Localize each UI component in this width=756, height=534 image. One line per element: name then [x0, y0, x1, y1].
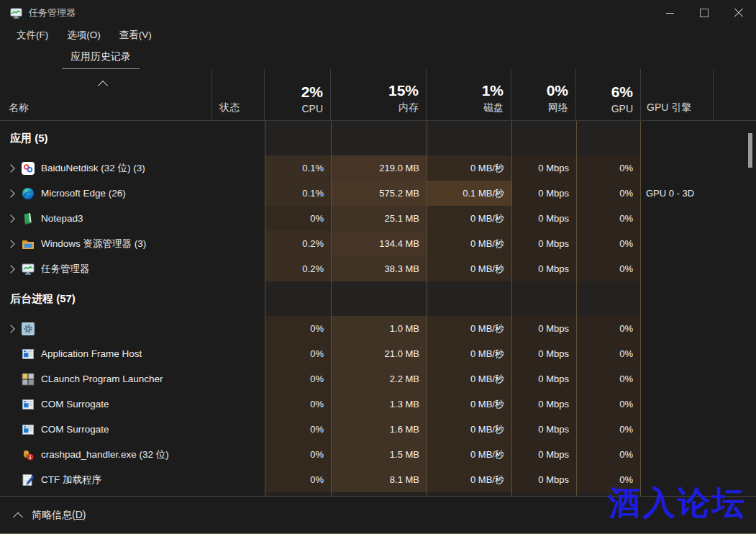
table-row[interactable]: CTF 加载程序0%8.1 MB0 MB/秒0 Mbps0% — [0, 467, 756, 492]
memory-cell: 2.2 MB — [331, 366, 427, 392]
table-row[interactable]: Windows 资源管理器 (3)0.2%134.4 MB0 MB/秒0 Mbp… — [0, 231, 756, 256]
table-row[interactable]: Notepad30%25.1 MB0 MB/秒0 Mbps0% — [0, 206, 756, 231]
column-header-name[interactable]: 名称 — [0, 69, 212, 120]
name-cell — [0, 316, 212, 341]
table-row[interactable]: BaiduNetdisk (32 位) (3)0.1%219.0 MB0 MB/… — [0, 155, 756, 181]
column-label: CPU — [301, 103, 323, 114]
gpu-cell: 0% — [576, 467, 641, 492]
name-cell: crashpad_handler.exe (32 位) — [0, 442, 212, 467]
process-table-body: 应用 (5)BaiduNetdisk (32 位) (3)0.1%219.0 M… — [0, 121, 756, 496]
disk-cell — [427, 121, 511, 155]
network-cell: 0 Mbps — [511, 231, 576, 256]
status-cell — [212, 231, 265, 256]
memory-cell — [331, 121, 427, 155]
expand-chevron-icon[interactable] — [6, 214, 14, 222]
expand-chevron-icon[interactable] — [6, 265, 14, 273]
maximize-button[interactable] — [687, 0, 721, 26]
table-row[interactable]: crashpad_handler.exe (32 位)0%1.5 MB0 MB/… — [0, 442, 756, 467]
column-header-disk[interactable]: 1% 磁盘 — [427, 69, 511, 120]
status-cell — [212, 417, 265, 442]
detail-toggle-accesskey: D — [76, 509, 83, 520]
tab-app-history[interactable]: 应用历史记录 — [62, 45, 140, 69]
column-header-cpu[interactable]: 2% CPU — [265, 69, 331, 120]
column-header-memory[interactable]: 15% 内存 — [331, 69, 427, 120]
status-cell — [212, 155, 265, 181]
minimize-icon — [666, 13, 674, 14]
memory-cell — [331, 492, 427, 496]
name-cell: Windows 资源管理器 (3) — [0, 231, 212, 256]
detail-toggle[interactable]: 简略信息(D) — [32, 509, 86, 522]
status-cell — [212, 366, 265, 392]
name-cell: BaiduNetdisk (32 位) (3) — [0, 155, 212, 181]
table-filler-row — [0, 492, 756, 496]
memory-cell: 8.1 MB — [331, 467, 427, 492]
scrollbar-thumb[interactable] — [748, 133, 752, 168]
status-cell — [212, 256, 265, 281]
gpu-cell — [576, 281, 641, 316]
table-row[interactable]: 任务管理器0.2%38.3 MB0 MB/秒0 Mbps0% — [0, 256, 756, 281]
menu-options[interactable]: 选项(O) — [58, 29, 110, 42]
column-header-gpu-engine[interactable]: GPU 引擎 — [641, 69, 714, 120]
disk-cell: 0 MB/秒 — [427, 467, 511, 492]
column-label: GPU — [611, 103, 633, 114]
network-cell: 0 Mbps — [511, 155, 576, 181]
disk-cell — [427, 281, 511, 316]
table-row[interactable]: CLaunch Program Launcher0%2.2 MB0 MB/秒0 … — [0, 366, 756, 392]
name-cell: 任务管理器 — [0, 256, 212, 281]
section-header: 后台进程 (57) — [0, 281, 212, 316]
status-cell — [212, 121, 265, 155]
expand-chevron-icon[interactable] — [6, 164, 14, 172]
process-name: Notepad3 — [41, 213, 83, 224]
minimize-button[interactable] — [652, 0, 687, 26]
column-header-network[interactable]: 0% 网络 — [511, 69, 576, 120]
task-manager-icon — [10, 7, 22, 19]
claunch-icon — [22, 373, 35, 386]
memory-cell: 1.6 MB — [331, 417, 427, 442]
memory-cell: 219.0 MB — [331, 155, 427, 181]
expand-chevron-icon[interactable] — [6, 189, 14, 197]
gpu-engine-cell — [641, 121, 714, 155]
column-header-gpu[interactable]: 6% GPU — [576, 69, 641, 120]
table-row[interactable]: COM Surrogate0%1.6 MB0 MB/秒0 Mbps0% — [0, 417, 756, 442]
table-row[interactable]: 0%1.0 MB0 MB/秒0 Mbps0% — [0, 316, 756, 341]
menu-file[interactable]: 文件(F) — [7, 29, 58, 42]
taskmgr-icon — [22, 263, 35, 276]
task-manager-window: 任务管理器 文件(F) 选项(O) 查看(V) 应用历史记录 名称 状态 2% … — [0, 0, 756, 534]
expand-chevron-icon[interactable] — [6, 325, 14, 332]
gpu-cell: 0% — [576, 231, 641, 256]
window-controls — [652, 0, 756, 26]
gpu-engine-cell — [641, 316, 714, 341]
table-row[interactable]: Application Frame Host0%21.0 MB0 MB/秒0 M… — [0, 341, 756, 366]
gpu-engine-cell — [641, 341, 714, 366]
process-name: COM Surrogate — [41, 424, 109, 435]
network-cell: 0 Mbps — [511, 467, 576, 492]
section-row[interactable]: 后台进程 (57) — [0, 281, 756, 316]
sort-ascending-icon — [98, 81, 108, 91]
column-label: 状态 — [219, 101, 264, 114]
gpu-cell: 0% — [576, 442, 641, 467]
process-name: Microsoft Edge (26) — [41, 188, 126, 199]
close-button[interactable] — [721, 0, 756, 26]
disk-cell: 0 MB/秒 — [427, 417, 511, 442]
network-cell: 0 Mbps — [511, 417, 576, 442]
process-name: CTF 加载程序 — [41, 474, 101, 487]
process-name: crashpad_handler.exe (32 位) — [41, 448, 169, 461]
network-cell: 0 Mbps — [511, 256, 576, 281]
window-app-icon — [22, 398, 35, 411]
name-cell: CLaunch Program Launcher — [0, 366, 212, 392]
chevron-up-icon — [13, 512, 23, 522]
memory-cell: 575.2 MB — [331, 181, 427, 206]
network-total: 0% — [547, 83, 568, 99]
table-row[interactable]: COM Surrogate0%1.3 MB0 MB/秒0 Mbps0% — [0, 392, 756, 417]
memory-cell: 134.4 MB — [331, 231, 427, 256]
table-row[interactable]: Microsoft Edge (26)0.1%575.2 MB0.1 MB/秒0… — [0, 181, 756, 206]
expand-chevron-icon[interactable] — [6, 240, 14, 248]
section-row[interactable]: 应用 (5) — [0, 121, 756, 155]
menu-view[interactable]: 查看(V) — [110, 29, 161, 42]
network-cell: 0 Mbps — [511, 366, 576, 392]
column-header-status[interactable]: 状态 — [212, 69, 265, 120]
process-name: COM Surrogate — [41, 399, 109, 409]
window-title: 任务管理器 — [29, 6, 76, 19]
scrollbar[interactable] — [744, 121, 756, 496]
tab-strip: 应用历史记录 — [0, 45, 756, 69]
